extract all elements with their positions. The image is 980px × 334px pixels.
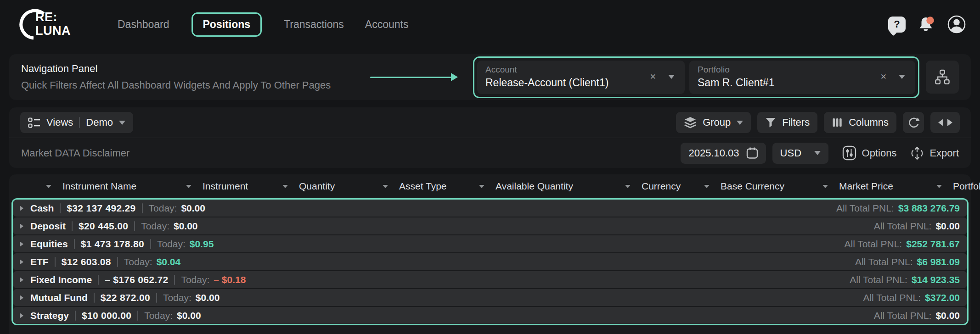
column-menu-icon[interactable] <box>936 185 942 188</box>
filters-button[interactable]: Filters <box>757 112 817 133</box>
column-header-portfolio[interactable]: Portfolio <box>936 181 971 192</box>
column-header-instrument-name[interactable]: Instrument Name <box>46 181 186 192</box>
hierarchy-button[interactable] <box>926 61 959 94</box>
expand-chevron-icon[interactable] <box>20 259 23 265</box>
currency-select[interactable]: USD <box>772 143 828 164</box>
logo-text: RE: LUNA <box>35 10 71 38</box>
column-header-quantity[interactable]: Quantity <box>282 181 383 192</box>
clear-icon[interactable]: ✕ <box>880 72 887 82</box>
options-label: Options <box>862 147 897 159</box>
help-icon[interactable]: ? <box>888 17 906 33</box>
group-row-etf[interactable]: ETF $12 603.08 Today: $0.04 All Total PN… <box>13 253 967 270</box>
expand-chevron-icon[interactable] <box>20 241 23 247</box>
group-button[interactable]: Group <box>676 112 751 133</box>
column-label: Instrument Name <box>62 181 136 192</box>
market-data-disclaimer: Market DATA Disclaimer <box>21 147 130 159</box>
column-label: Asset Type <box>399 181 447 192</box>
account-value: Release-Account (Client1) <box>485 77 650 89</box>
group-row-equities[interactable]: Equities $1 473 178.80 Today: $0.95 All … <box>13 235 967 252</box>
expand-chevron-icon[interactable] <box>20 223 23 229</box>
column-menu-icon[interactable] <box>479 185 484 188</box>
column-menu-icon[interactable] <box>282 185 288 188</box>
column-header-instrument[interactable]: Instrument <box>186 181 282 192</box>
refresh-icon <box>907 116 920 129</box>
pnl-value: $0.00 <box>935 221 960 232</box>
date-picker-field[interactable]: 2025.10.03 <box>681 143 766 164</box>
nav-dashboard[interactable]: Dashboard <box>118 18 169 31</box>
pointer-arrow-icon <box>370 77 456 78</box>
chevron-down-icon[interactable] <box>899 75 905 79</box>
today-label: Today: <box>149 203 177 214</box>
group-name: Mutual Fund <box>30 292 88 303</box>
column-header-base-currency[interactable]: Base Currency <box>704 181 822 192</box>
today-value: $0.00 <box>196 292 220 303</box>
portfolio-select[interactable]: Portfolio Sam R. Client#1 ✕ <box>689 61 915 94</box>
column-menu-icon[interactable] <box>822 185 828 188</box>
today-value: $0.04 <box>157 256 181 267</box>
chevron-down-icon[interactable] <box>814 151 821 155</box>
panel-title: Navigation Panel <box>21 63 331 75</box>
refresh-button[interactable] <box>903 112 924 133</box>
columns-button[interactable]: Columns <box>824 112 896 133</box>
column-header-market-price[interactable]: Market Price <box>822 181 936 192</box>
group-amount: $10 000.00 <box>82 310 131 321</box>
group-amount: $22 872.00 <box>101 292 150 303</box>
export-button[interactable]: Export <box>910 146 959 161</box>
clear-icon[interactable]: ✕ <box>650 72 656 82</box>
account-label: Account <box>485 65 650 75</box>
divider <box>117 257 118 267</box>
pnl-value: $3 883 276.79 <box>898 203 960 214</box>
app-logo[interactable]: RE: LUNA <box>19 9 75 40</box>
column-menu-icon[interactable] <box>46 185 51 188</box>
nav-transactions[interactable]: Transactions <box>284 18 344 31</box>
expand-chevron-icon[interactable] <box>20 277 23 283</box>
group-name: Deposit <box>30 221 66 232</box>
expand-chevron-icon[interactable] <box>20 206 23 211</box>
column-header-currency[interactable]: Currency <box>625 181 704 192</box>
today-value: $0.00 <box>181 203 205 214</box>
column-header-asset-type[interactable]: Asset Type <box>383 181 479 192</box>
nav-accounts[interactable]: Accounts <box>365 18 409 31</box>
expand-chevron-icon[interactable] <box>20 313 23 318</box>
account-select[interactable]: Account Release-Account (Client1) ✕ <box>477 61 685 94</box>
next-arrow-icon[interactable] <box>947 119 952 126</box>
pnl-value: $6 981.09 <box>917 256 960 267</box>
profile-avatar-icon[interactable] <box>947 15 966 34</box>
prev-arrow-icon[interactable] <box>938 119 943 126</box>
chevron-down-icon[interactable] <box>737 121 743 125</box>
group-amount: $20 445.00 <box>79 221 128 232</box>
notification-badge <box>926 17 934 24</box>
group-name: Cash <box>30 203 54 214</box>
pagination-arrows-button[interactable] <box>930 112 960 133</box>
calendar-icon[interactable] <box>746 147 758 159</box>
nav-positions-active[interactable]: Positions <box>191 12 262 37</box>
group-row-strategy[interactable]: Strategy $10 000.00 Today: $0.00 All Tot… <box>13 307 967 324</box>
divider <box>74 239 75 249</box>
notifications-bell-icon[interactable] <box>917 15 936 33</box>
column-menu-icon[interactable] <box>625 185 631 188</box>
column-menu-icon[interactable] <box>704 185 710 188</box>
expand-chevron-icon[interactable] <box>20 295 23 301</box>
logo-line1: RE: <box>35 10 71 24</box>
quick-filters-panel: Navigation Panel Quick Filters Affect Al… <box>9 54 971 100</box>
column-menu-icon[interactable] <box>186 185 191 188</box>
divider <box>156 293 157 303</box>
divider <box>134 221 135 231</box>
today-value: $0.95 <box>190 239 214 250</box>
chevron-down-icon[interactable] <box>119 121 125 125</box>
chevron-down-icon[interactable] <box>668 75 675 79</box>
options-button[interactable]: Options <box>842 145 897 161</box>
group-row-cash[interactable]: Cash $32 137 492.29 Today: $0.00 All Tot… <box>13 200 967 217</box>
toolbar-row: Views Demo Group Filters <box>9 107 971 138</box>
column-menu-icon[interactable] <box>383 185 388 188</box>
portfolio-controls: ✕ <box>880 72 907 82</box>
divider <box>94 293 95 303</box>
group-row-mutual-fund[interactable]: Mutual Fund $22 872.00 Today: $0.00 All … <box>13 289 967 306</box>
group-row-fixed-income[interactable]: Fixed Income – $176 062.72 Today: – $0.1… <box>13 271 967 288</box>
logo-line2: LUNA <box>35 24 71 38</box>
group-row-deposit[interactable]: Deposit $20 445.00 Today: $0.00 All Tota… <box>13 217 967 234</box>
column-label: Available Quantity <box>496 181 573 192</box>
views-button[interactable]: Views Demo <box>20 112 133 133</box>
column-header-available-quantity[interactable]: Available Quantity <box>479 181 625 192</box>
pnl-value: $372.00 <box>925 292 960 303</box>
